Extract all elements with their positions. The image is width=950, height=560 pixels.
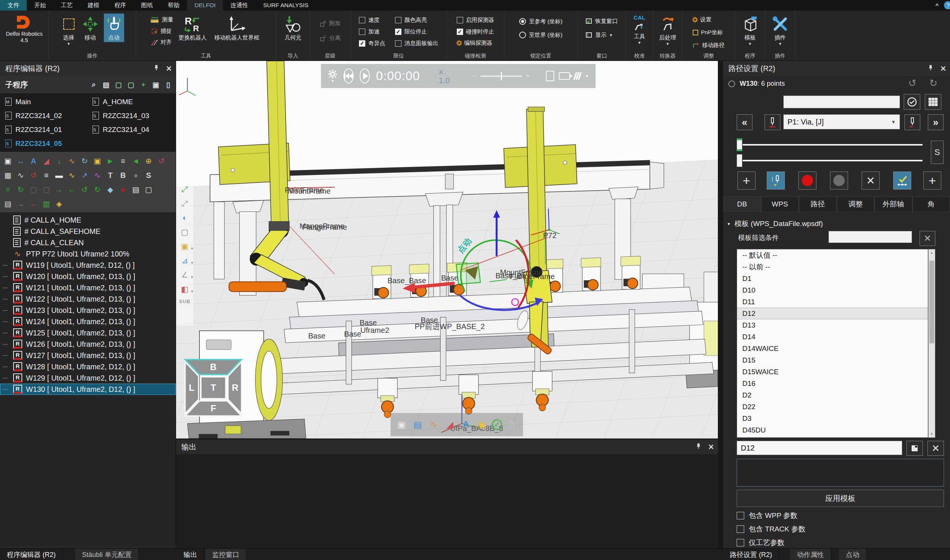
path-curve-icon[interactable]: ∿ [66,155,77,167]
add-point-after-button[interactable]: + [923,171,941,189]
tab-WPS[interactable]: WPS [761,196,799,212]
autotext-icon[interactable]: A [28,155,39,167]
subprogram-item[interactable]: SR2ZC3214_05 [0,137,87,150]
statement-row[interactable]: RW130 [ Utool1, Uframe2, D12, () ] [0,384,176,395]
postprocess-button[interactable]: 后处理 ▼ [657,14,678,48]
template-item[interactable]: D2 [737,389,928,401]
chart-slope-icon[interactable]: ◢ [41,155,52,167]
move-path-button[interactable]: 移动路径 [693,41,725,50]
menu-item-5[interactable]: 程序 [107,0,134,11]
page-icon[interactable]: ▢ [28,184,39,195]
menu-item-10[interactable]: SURF ANALYSIS [256,0,316,11]
subprogram-item[interactable]: SR2ZC3214_01 [0,123,87,136]
signal-in-icon[interactable]: ← [28,198,39,209]
step-icon[interactable]: ≡ [41,169,52,181]
jog-to-point-button[interactable] [767,171,785,189]
statement-row[interactable]: RW126 [ Utool1, Uframe2, D13, () ] [0,338,176,350]
view-cube[interactable]: B L R T F [182,357,245,419]
template-item[interactable]: D1 [737,273,928,284]
statement-row[interactable]: RW122 [ Utool1, Uframe2, D13, () ] [0,293,176,305]
route-icon[interactable]: ∿ [15,169,26,181]
template-item[interactable]: D13 [737,319,928,331]
stop-icon[interactable]: ● [117,184,129,195]
play-button[interactable] [360,68,370,83]
pin-icon[interactable] [928,64,933,72]
template-button[interactable]: 模板 ▼ [740,14,761,48]
menu-item-7[interactable]: 帮助 [160,0,187,11]
close-icon[interactable]: ✕ [708,443,714,451]
save-template-button[interactable] [906,441,923,456]
menu-item-6[interactable]: 图纸 [134,0,160,11]
template-item[interactable]: D5 [737,436,928,438]
statement-row[interactable]: ∿PTP P72 Utool1 Uframe2 100% [0,248,176,260]
statement-row[interactable]: RW127 [ Utool1, Uframe2, D13, () ] [0,350,176,361]
branch-icon[interactable]: → [54,184,65,195]
cube-rgb-icon[interactable]: ◧▼ [179,284,190,294]
rotate-path-icon[interactable]: ↺ [156,155,167,167]
template-item[interactable]: -- 以前 -- [737,261,928,273]
path-slider-1-handle[interactable] [737,138,742,151]
statusbar-tab-right-2[interactable]: 动作属性 [790,549,831,560]
statement-row[interactable]: RW124 [ Utool1, Uframe2, D13, () ] [0,316,176,327]
limit-check-6[interactable]: 消息面板输出 [395,38,438,48]
tab-DB[interactable]: DB [723,196,761,212]
template-item[interactable]: D14WAICE [737,343,928,354]
checkbox[interactable] [359,17,365,23]
select-button[interactable]: 选择 ▼ [61,14,77,48]
torch-to-point-button[interactable] [765,114,780,130]
add-point-before-button[interactable]: + [738,171,756,189]
template-item[interactable]: D16 [737,378,928,389]
3d-viewport[interactable]: PointFrameMountFrameMangeFrameFlangeFram… [176,61,718,438]
checkbox[interactable] [395,40,402,47]
speed-slider[interactable]: − + [473,72,530,80]
statement-row[interactable]: # CALL A_CLEAN [0,237,176,248]
template-item[interactable]: D15WAICE [737,366,928,378]
detach-button[interactable]: 分离 [320,34,340,43]
tab-调整[interactable]: 调整 [837,196,875,212]
checkbox[interactable] [457,17,463,23]
collision-check-2[interactable]: 启用探测器 [457,15,494,25]
doc-icon[interactable]: ▢ [143,184,154,195]
confirm-button[interactable] [904,94,920,110]
path-yellow-icon[interactable]: ∿ [66,169,77,181]
statement-row[interactable]: RW125 [ Utool1, Uframe2, D13, () ] [0,327,176,338]
attach-button[interactable]: 附加 [320,19,340,28]
stats-icon[interactable]: ▥ [41,198,52,209]
menu-item-4[interactable]: 建模 [80,0,107,11]
frame-blue-icon[interactable]: ⊿▼ [179,256,190,266]
to-tool-icon[interactable]: T [105,169,116,181]
tab-外部轴[interactable]: 外部轴 [875,196,912,212]
template-item[interactable]: D45DU [737,424,928,436]
frame-yellow-icon[interactable]: ▣ [476,418,488,431]
save-blue-icon[interactable]: ▤ [411,418,424,431]
template-option-2[interactable]: 包含 TRACK 参数 [737,524,805,534]
help-icon[interactable]: ? [944,1,950,9]
pin-icon[interactable] [696,443,701,451]
display-button[interactable]: 显示▼ [586,31,618,40]
playback-settings-button[interactable]: ▼ [328,69,337,83]
compass-icon[interactable]: ◐ [179,213,190,223]
template-item[interactable]: -- 默认值 -- [737,249,928,261]
subprogram-item[interactable]: MMain [0,95,87,108]
record-inactive-button[interactable] [830,171,848,189]
statement-row[interactable]: RW121 [ Utool1, Uframe2, D13, () ] [0,282,176,293]
export-icon[interactable]: ▢ [126,80,135,89]
clear-filter-button[interactable]: ✕ [919,231,935,246]
play-icon[interactable]: ► [105,155,116,167]
checkbox[interactable] [359,40,365,47]
statement-row[interactable]: RW128 [ Utool1, Uframe2, D12, () ] [0,361,176,372]
point-selector[interactable]: P1: Via, [J] ▼ [783,114,900,129]
cube-yellow-icon[interactable]: ▣▼ [179,242,190,251]
delete-template-button[interactable]: ✕ [927,441,944,456]
statusbar-tab-left-2[interactable]: Stäubli 单元配置 [75,549,139,560]
add-icon[interactable]: + [139,80,148,89]
template-description[interactable] [737,459,944,487]
statement-row[interactable]: # CALL A_HOME [0,214,176,226]
tab-路径[interactable]: 路径 [799,196,837,212]
jog-button[interactable]: 点动 [104,14,124,42]
subprogram-item[interactable]: SR2ZC3214_04 [87,123,176,136]
record-video-button[interactable] [559,72,570,80]
align-button[interactable]: 对齐 [151,38,174,47]
undo-icon[interactable]: ↺ [908,77,916,89]
sphere-icon[interactable]: ● [130,169,142,181]
